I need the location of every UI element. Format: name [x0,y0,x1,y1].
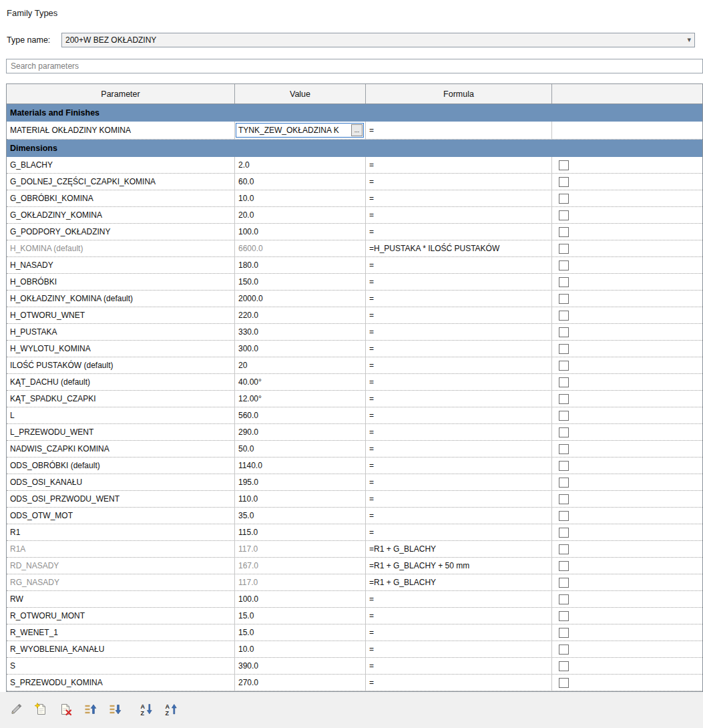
browse-material-button[interactable]: ... [351,124,363,136]
lock-checkbox[interactable] [559,194,569,204]
lock-checkbox[interactable] [559,494,569,504]
parameter-formula-cell[interactable]: = [365,391,551,407]
parameter-name-cell[interactable]: ILOŚĆ PUSTAKÓW (default) [7,357,234,373]
edit-parameter-button[interactable] [8,701,24,717]
lock-checkbox[interactable] [559,361,569,371]
parameter-name-cell[interactable]: H_OTWORU_WNET [7,307,234,323]
type-name-combobox[interactable]: 200+W BEZ OKŁADZINY ▾ [61,33,695,47]
parameter-name-cell[interactable]: RW [7,591,234,607]
parameter-formula-cell[interactable]: = [365,324,551,340]
parameter-value-cell[interactable]: 290.0 [234,424,365,440]
lock-checkbox[interactable] [559,260,569,270]
parameter-formula-cell[interactable]: = [365,224,551,240]
parameter-name-cell[interactable]: RG_NASADY [7,574,234,590]
parameter-value-cell[interactable]: 2000.0 [234,291,365,307]
parameter-formula-cell[interactable]: = [365,257,551,273]
parameter-formula-cell[interactable]: = [365,274,551,290]
lock-checkbox[interactable] [559,227,569,237]
parameter-name-cell[interactable]: R_OTWORU_MONT [7,608,234,624]
lock-checkbox[interactable] [559,244,569,254]
move-parameter-down-button[interactable] [107,701,123,717]
parameter-name-cell[interactable]: R_WENET_1 [7,624,234,641]
lock-checkbox[interactable] [559,444,569,454]
lock-checkbox[interactable] [559,294,569,304]
lock-checkbox[interactable] [559,578,569,588]
parameter-formula-cell[interactable]: = [365,207,551,223]
parameter-formula-cell[interactable]: = [365,291,551,307]
parameter-formula-cell[interactable]: = [365,307,551,323]
new-parameter-button[interactable] [33,701,49,717]
lock-checkbox[interactable] [559,311,569,321]
lock-checkbox[interactable] [559,511,569,521]
lock-checkbox[interactable] [559,678,569,688]
parameter-formula-cell[interactable]: = [365,491,551,507]
lock-checkbox[interactable] [559,661,569,671]
parameter-value-cell[interactable]: 60.0 [234,174,365,190]
parameter-value-cell[interactable]: 20.0 [234,207,365,223]
lock-checkbox[interactable] [559,628,569,638]
parameter-formula-cell[interactable]: = [365,658,551,674]
lock-checkbox[interactable] [559,561,569,571]
parameter-name-cell[interactable]: H_OBRÓBKI [7,274,234,290]
parameter-formula-cell[interactable]: = [365,524,551,540]
parameter-formula-cell[interactable]: = [365,474,551,490]
parameter-value-cell[interactable]: 270.0 [234,675,365,691]
parameter-formula-cell[interactable]: = [365,458,551,474]
lock-checkbox[interactable] [559,177,569,187]
parameter-name-cell[interactable]: ODS_OBRÓBKI (default) [7,458,234,474]
parameter-formula-cell[interactable]: = [365,122,551,139]
parameter-formula-cell[interactable]: = [365,357,551,373]
parameter-name-cell[interactable]: H_WYLOTU_KOMINA [7,341,234,357]
parameter-name-cell[interactable]: L [7,407,234,423]
parameter-formula-cell[interactable]: = [365,508,551,524]
lock-checkbox[interactable] [559,394,569,404]
parameter-name-cell[interactable]: KĄT_DACHU (default) [7,374,234,390]
parameter-formula-cell[interactable]: = [365,608,551,624]
parameter-value-cell[interactable]: 220.0 [234,307,365,323]
parameter-name-cell[interactable]: G_PODPORY_OKŁADZINY [7,224,234,240]
parameter-value-cell[interactable]: 100.0 [234,591,365,607]
parameter-name-cell[interactable]: ODS_OSI_KANAŁU [7,474,234,490]
lock-checkbox[interactable] [559,344,569,354]
parameter-formula-cell[interactable]: = [365,374,551,390]
parameter-formula-cell[interactable]: = [365,424,551,440]
material-value-editor[interactable]: TYNK_ZEW_OKŁADZINA K... [236,123,364,138]
lock-checkbox[interactable] [559,594,569,604]
lock-checkbox[interactable] [559,427,569,437]
lock-checkbox[interactable] [559,461,569,471]
parameter-value-cell[interactable]: 15.0 [234,624,365,641]
parameter-name-cell[interactable]: H_NASADY [7,257,234,273]
parameter-name-cell[interactable]: ODS_OTW_MOT [7,508,234,524]
parameter-formula-cell[interactable]: =R1 + G_BLACHY [365,574,551,590]
parameter-value-cell[interactable]: 12.00° [234,391,365,407]
move-parameter-up-button[interactable] [82,701,98,717]
parameter-name-cell[interactable]: G_OKŁADZINY_KOMINA [7,207,234,223]
search-input[interactable] [6,59,703,73]
parameter-formula-cell[interactable]: = [365,190,551,206]
parameter-value-cell[interactable]: 15.0 [234,608,365,624]
parameter-value-cell[interactable]: 2.0 [234,157,365,173]
parameter-formula-cell[interactable]: = [365,407,551,423]
parameter-formula-cell[interactable]: = [365,341,551,357]
parameter-name-cell[interactable]: H_KOMINA (default) [7,240,234,256]
parameter-formula-cell[interactable]: = [365,441,551,457]
parameter-value-cell[interactable]: 10.0 [234,641,365,657]
parameter-value-cell[interactable]: 1140.0 [234,458,365,474]
parameter-formula-cell[interactable]: =H_PUSTAKA * ILOŚĆ PUSTAKÓW [365,240,551,256]
parameter-value-cell[interactable]: 50.0 [234,441,365,457]
lock-checkbox[interactable] [559,327,569,337]
parameter-value-cell[interactable]: 10.0 [234,190,365,206]
parameter-value-cell[interactable]: TYNK_ZEW_OKŁADZINA K... [234,122,365,139]
parameter-value-cell[interactable]: 110.0 [234,491,365,507]
lock-checkbox[interactable] [559,277,569,287]
parameter-value-cell[interactable]: 390.0 [234,658,365,674]
lock-checkbox[interactable] [559,478,569,488]
parameter-value-cell[interactable]: 300.0 [234,341,365,357]
parameter-value-cell[interactable]: 20 [234,357,365,373]
lock-checkbox[interactable] [559,411,569,421]
parameter-name-cell[interactable]: S_PRZEWODU_KOMINA [7,675,234,691]
parameter-name-cell[interactable]: G_DOLNEJ_CZĘŚCI_CZAPKI_KOMINA [7,174,234,190]
parameter-value-cell[interactable]: 560.0 [234,407,365,423]
parameter-value-cell[interactable]: 35.0 [234,508,365,524]
parameter-value-cell[interactable]: 330.0 [234,324,365,340]
